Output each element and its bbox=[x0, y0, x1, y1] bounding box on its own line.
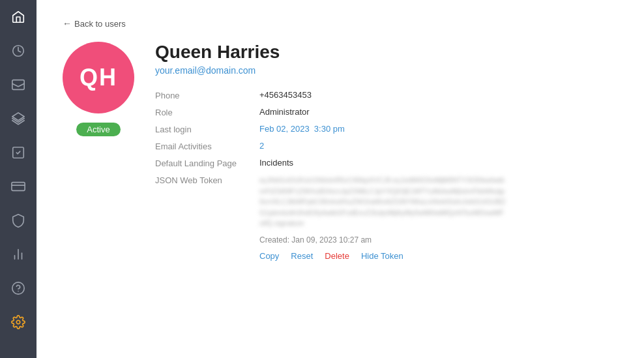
sidebar-item-settings[interactable] bbox=[0, 305, 37, 339]
back-link-label: Back to users bbox=[74, 19, 126, 29]
delete-token-button[interactable]: Delete bbox=[325, 251, 349, 261]
avatar: QH bbox=[63, 42, 134, 113]
jwt-label: JSON Web Token bbox=[155, 175, 259, 185]
sidebar-item-reports[interactable] bbox=[0, 237, 37, 271]
sidebar-item-layers[interactable] bbox=[0, 102, 37, 136]
status-badge: Active bbox=[76, 123, 120, 136]
jwt-area: eyJhbGciOiJIUzI1NiIsInR5cCI6IkpXVCJ9.eyJ… bbox=[259, 175, 618, 261]
avatar-area: QH Active bbox=[63, 42, 134, 136]
sidebar-item-inbox[interactable] bbox=[0, 68, 37, 102]
svg-rect-4 bbox=[12, 183, 25, 191]
copy-token-button[interactable]: Copy bbox=[259, 251, 279, 261]
sidebar-item-security[interactable] bbox=[0, 203, 37, 237]
sidebar-item-tasks[interactable] bbox=[0, 136, 37, 170]
info-table: Phone +4563453453 Role Administrator Las… bbox=[155, 90, 618, 261]
email-activities-value[interactable]: 2 bbox=[259, 141, 618, 151]
avatar-initials: QH bbox=[80, 64, 117, 91]
profile-section: QH Active Queen Harries your.email@domai… bbox=[63, 42, 618, 261]
token-created: Created: Jan 09, 2023 10:27 am bbox=[259, 235, 618, 245]
hide-token-button[interactable]: Hide Token bbox=[361, 251, 403, 261]
role-value: Administrator bbox=[259, 107, 618, 117]
user-email[interactable]: your.email@domain.com bbox=[155, 65, 618, 76]
phone-label: Phone bbox=[155, 90, 259, 100]
email-activities-label: Email Activities bbox=[155, 141, 259, 151]
last-login-value: Feb 02, 2023 3:30 pm bbox=[259, 124, 618, 134]
default-landing-page-value: Incidents bbox=[259, 158, 618, 168]
sidebar-item-billing[interactable] bbox=[0, 170, 37, 203]
default-landing-page-label: Default Landing Page bbox=[155, 158, 259, 168]
sidebar-item-home[interactable] bbox=[0, 0, 37, 34]
role-label: Role bbox=[155, 107, 259, 117]
user-details: Queen Harries your.email@domain.com Phon… bbox=[155, 42, 618, 261]
svg-point-11 bbox=[16, 320, 20, 324]
last-login-time: 3:30 pm bbox=[314, 124, 345, 134]
svg-point-9 bbox=[12, 282, 24, 294]
last-login-label: Last login bbox=[155, 124, 259, 134]
sidebar bbox=[0, 0, 37, 358]
main-content: ← Back to users QH Active Queen Harries … bbox=[37, 0, 644, 358]
reset-token-button[interactable]: Reset bbox=[291, 251, 313, 261]
back-to-users-link[interactable]: ← Back to users bbox=[63, 18, 618, 29]
back-arrow-icon: ← bbox=[63, 18, 72, 29]
sidebar-item-activity[interactable] bbox=[0, 34, 37, 68]
phone-value: +4563453453 bbox=[259, 90, 618, 100]
last-login-date: Feb 02, 2023 bbox=[259, 124, 310, 134]
jwt-token-value: eyJhbGciOiJIUzI1NiIsInR5cCI6IkpXVCJ9.eyJ… bbox=[259, 175, 507, 229]
sidebar-item-help[interactable] bbox=[0, 271, 37, 305]
token-actions: Copy Reset Delete Hide Token bbox=[259, 251, 618, 261]
user-name: Queen Harries bbox=[155, 42, 618, 63]
